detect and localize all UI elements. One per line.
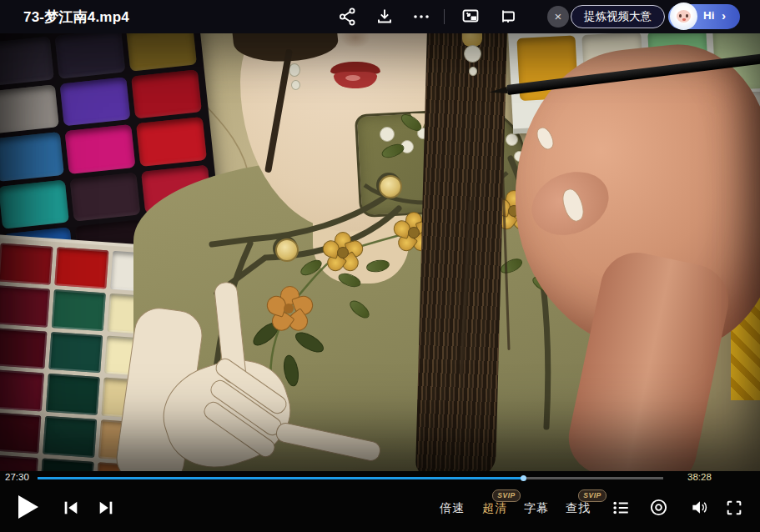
playlist-icon[interactable] xyxy=(612,499,631,517)
screen-record-icon[interactable] xyxy=(649,498,668,517)
top-bar: 73-梦江南4.mp4 × xyxy=(0,0,760,33)
video-title: 73-梦江南4.mp4 xyxy=(23,8,129,27)
paint-pan xyxy=(0,328,47,369)
paint-pan xyxy=(60,77,131,127)
paint-pan xyxy=(48,332,103,374)
summarize-video-button[interactable]: 提炼视频大意 xyxy=(571,5,665,28)
paint-pan xyxy=(45,374,100,415)
paint-pan xyxy=(0,179,69,229)
fullscreen-icon[interactable] xyxy=(725,499,743,517)
seek-bar[interactable] xyxy=(38,477,663,479)
seek-thumb[interactable] xyxy=(521,475,526,481)
flower-center xyxy=(337,247,349,258)
next-track-icon[interactable] xyxy=(97,499,115,517)
topbar-divider xyxy=(444,9,445,24)
assistant-avatar xyxy=(670,3,697,30)
lip-highlight xyxy=(345,75,360,81)
paint-pan xyxy=(70,172,141,222)
paint-pan xyxy=(39,459,94,471)
chevron-right-icon: › xyxy=(722,8,726,23)
collar-gold-button xyxy=(379,175,402,198)
picture-in-picture-icon[interactable] xyxy=(461,7,481,27)
progress-played xyxy=(38,477,524,479)
collar-white-embroidery xyxy=(380,127,395,142)
paint-pan xyxy=(0,412,41,454)
volume-icon[interactable] xyxy=(689,498,709,517)
paint-pan xyxy=(65,124,136,174)
paint-pan xyxy=(136,117,207,167)
video-player-window: 73-梦江南4.mp4 × xyxy=(0,0,760,532)
subtitle-button[interactable]: 字幕 xyxy=(524,501,549,516)
paint-pan xyxy=(51,289,106,331)
paint-pan xyxy=(43,416,98,458)
quality-button[interactable]: 超清 xyxy=(482,501,507,516)
assistant-label: Hi xyxy=(703,9,715,22)
svip-badge: SVIP xyxy=(492,489,521,502)
paint-pan xyxy=(0,285,50,327)
flower-center xyxy=(408,227,420,238)
pearl-earring-left-drop xyxy=(291,80,300,90)
close-icon[interactable]: × xyxy=(547,6,569,28)
current-time: 27:30 xyxy=(5,472,29,482)
speed-button[interactable]: 倍速 xyxy=(440,501,465,516)
paint-pan xyxy=(54,33,125,78)
paint-pan xyxy=(131,69,202,119)
painted-hair xyxy=(415,33,507,471)
player-control-bar: 27:30 38:28 倍速 超清 SVIP 字幕 查找 SVIP xyxy=(0,471,760,532)
share-icon[interactable] xyxy=(338,7,358,27)
collar-white-embroidery xyxy=(506,133,518,146)
paint-pan xyxy=(0,132,64,182)
paint-pan xyxy=(0,243,53,284)
paint-pan xyxy=(0,37,54,87)
paint-pan xyxy=(0,84,59,134)
embroidered-orange-flower xyxy=(265,285,312,332)
cast-screen-icon[interactable] xyxy=(497,7,517,27)
total-time: 38:28 xyxy=(687,472,712,482)
paint-pan xyxy=(126,33,197,71)
pearl-earring-left xyxy=(289,63,300,77)
search-button[interactable]: 查找 xyxy=(566,501,591,516)
chest-gold-button xyxy=(275,238,299,262)
svip-badge: SVIP xyxy=(578,489,606,502)
paint-pan xyxy=(0,370,44,412)
embroidered-gold-flower xyxy=(323,233,361,271)
download-icon[interactable] xyxy=(375,7,395,27)
paint-pan xyxy=(54,247,109,289)
video-canvas[interactable] xyxy=(0,33,760,471)
play-icon[interactable] xyxy=(15,494,40,520)
flower-center xyxy=(284,304,294,314)
pearl-earring-right-drop xyxy=(469,67,477,76)
paint-pan xyxy=(0,454,38,471)
assistant-button[interactable]: Hi › xyxy=(668,4,740,29)
previous-track-icon[interactable] xyxy=(62,499,80,517)
more-icon[interactable] xyxy=(411,7,431,27)
pearl-earring-right xyxy=(464,45,481,63)
